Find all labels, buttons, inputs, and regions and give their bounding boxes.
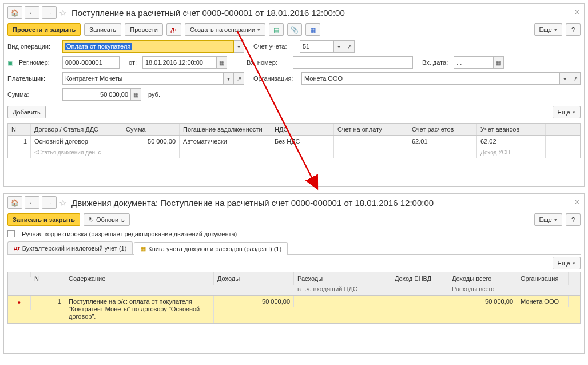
payer-label: Плательщик: <box>7 75 59 82</box>
more-button[interactable]: Еще <box>534 213 562 226</box>
table-row[interactable]: 1 Основной договор 50 000,00 Автоматичес… <box>8 136 580 147</box>
date-field[interactable]: 18.01.2016 12:00:00 <box>142 56 217 69</box>
currency-label: руб. <box>148 91 160 98</box>
open-icon[interactable]: ↗ <box>570 72 581 85</box>
dt-kt-icon: Дт <box>14 245 20 251</box>
account-field[interactable]: 51 <box>300 40 334 53</box>
sum-label: Сумма: <box>7 91 59 98</box>
op-type-label: Вид операции: <box>7 43 59 50</box>
refresh-button[interactable]: ↻Обновить <box>84 213 130 226</box>
dt-kt-icon[interactable]: Дт <box>166 23 181 36</box>
tab-income-book[interactable]: ▦Книга учета доходов и расходов (раздел … <box>134 242 288 255</box>
home-button[interactable]: 🏠 <box>7 196 22 209</box>
window-title: Поступление на расчетный счет 0000-00000… <box>71 8 345 18</box>
extnum-field[interactable] <box>293 56 413 69</box>
titlebar: 🏠 ← → ☆ Поступление на расчетный счет 00… <box>4 4 584 21</box>
regnum-label: Рег.номер: <box>19 59 59 66</box>
manual-edit-checkbox[interactable] <box>7 230 15 237</box>
dropdown-icon[interactable]: ▾ <box>224 72 234 85</box>
report-icon[interactable]: ▦ <box>305 23 320 36</box>
save-and-close-button[interactable]: Записать и закрыть <box>7 213 80 226</box>
calendar-icon[interactable]: ▦ <box>217 56 227 69</box>
account-label: Счет учета: <box>253 43 296 50</box>
close-icon[interactable]: × <box>575 7 579 17</box>
table-row-sub: <Статья движения ден. с Доход УСН <box>8 147 580 158</box>
open-icon[interactable]: ↗ <box>344 40 355 53</box>
titlebar: 🏠 ← → ☆ Движения документа: Поступление … <box>4 194 584 211</box>
window-receipt: × 🏠 ← → ☆ Поступление на расчетный счет … <box>3 3 585 187</box>
main-toolbar: Провести и закрыть Записать Провести Дт … <box>4 21 584 38</box>
movements-table: N Содержание Доходы Расходы в т.ч. входя… <box>7 272 581 324</box>
create-based-button[interactable]: Создать на основании <box>185 23 265 36</box>
refresh-icon: ↻ <box>89 216 94 224</box>
org-label: Организация: <box>253 75 298 82</box>
help-icon[interactable]: ? <box>566 23 581 36</box>
attach-icon[interactable]: 📎 <box>287 23 302 36</box>
op-type-field[interactable]: Оплата от покупателя <box>62 40 234 53</box>
sum-field[interactable]: 50 000,00 <box>62 88 131 101</box>
regnum-field[interactable]: 0000-000001 <box>62 56 120 69</box>
main-toolbar: Записать и закрыть ↻Обновить Еще ? <box>4 211 584 228</box>
manual-edit-label: Ручная корректировка (разрешает редактир… <box>22 231 237 237</box>
calendar-icon[interactable]: ▦ <box>494 56 504 69</box>
open-icon[interactable]: ↗ <box>234 72 244 85</box>
table-header: N Договор / Статья ДДС Сумма Погашение з… <box>8 124 580 136</box>
tab-accounting[interactable]: ДтБухгалтерский и налоговый учет (1) <box>7 241 133 254</box>
more-button[interactable]: Еще <box>553 106 581 118</box>
window-movements: × 🏠 ← → ☆ Движения документа: Поступлени… <box>3 193 585 354</box>
date-label: от: <box>129 59 137 66</box>
add-button[interactable]: Добавить <box>7 106 46 118</box>
back-button[interactable]: ← <box>25 6 39 19</box>
dropdown-icon[interactable]: ▾ <box>560 72 570 85</box>
calc-icon[interactable]: ▦ <box>131 88 141 101</box>
dropdown-icon[interactable]: ▾ <box>334 40 344 53</box>
tabs: ДтБухгалтерский и налоговый учет (1) ▦Кн… <box>4 239 584 254</box>
home-button[interactable]: 🏠 <box>7 6 22 19</box>
forward-button[interactable]: → <box>42 6 57 19</box>
dropdown-icon[interactable]: ▾ <box>234 40 244 53</box>
print-icon[interactable]: ▤ <box>269 23 284 36</box>
extdate-field[interactable]: . . <box>454 56 494 69</box>
forward-button[interactable]: → <box>42 196 57 209</box>
lines-table: N Договор / Статья ДДС Сумма Погашение з… <box>7 123 581 158</box>
extnum-label: Вх. номер: <box>247 59 289 66</box>
favorite-icon[interactable]: ☆ <box>59 197 67 208</box>
post-button[interactable]: Провести <box>125 23 163 36</box>
post-and-close-button[interactable]: Провести и закрыть <box>7 23 81 36</box>
back-button[interactable]: ← <box>25 196 39 209</box>
close-icon[interactable]: × <box>575 197 579 207</box>
table-header: N Содержание Доходы Расходы в т.ч. входя… <box>8 272 580 296</box>
save-button[interactable]: Записать <box>84 23 121 36</box>
help-icon[interactable]: ? <box>566 213 581 226</box>
extdate-label: Вх. дата: <box>422 59 448 66</box>
reg-icon: ▣ <box>7 59 15 66</box>
book-icon: ▦ <box>140 245 146 252</box>
more-button[interactable]: Еще <box>553 257 581 269</box>
payer-field[interactable]: Контрагент Монеты <box>62 72 224 85</box>
window-title: Движения документа: Поступление на расче… <box>71 198 434 208</box>
org-field[interactable]: Монета ООО <box>301 72 560 85</box>
more-button[interactable]: Еще <box>534 23 562 36</box>
favorite-icon[interactable]: ☆ <box>59 7 67 18</box>
table-row[interactable]: • 1 Поступление на р/с: оплата от покупа… <box>8 296 580 323</box>
